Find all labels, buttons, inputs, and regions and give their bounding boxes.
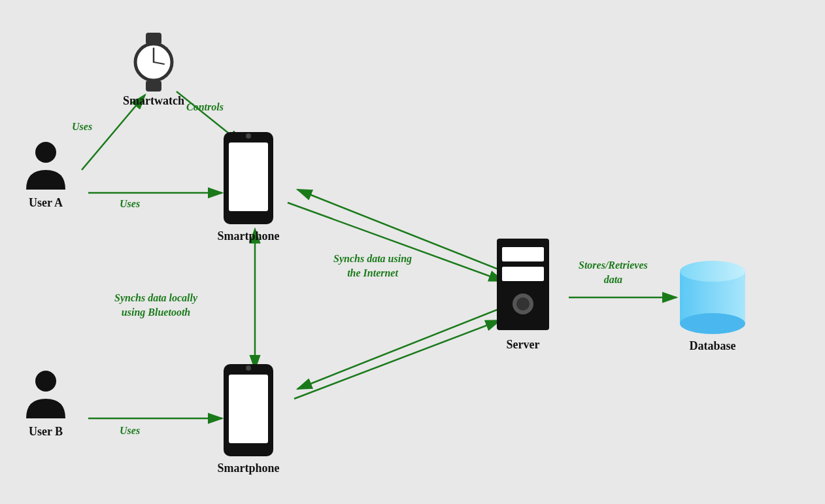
user-b: User B bbox=[23, 369, 69, 435]
arrow-label-uses-smartwatch: Uses bbox=[72, 121, 92, 133]
diagram: User A User B Smartwatch Smart bbox=[0, 0, 825, 504]
user-a-label: User A bbox=[29, 196, 63, 210]
svg-point-32 bbox=[680, 313, 745, 334]
arrow-label-uses-smartphone-a: Uses bbox=[120, 198, 140, 210]
server-label: Server bbox=[497, 338, 549, 352]
smartphone-b-label: Smartphone bbox=[216, 462, 281, 475]
svg-rect-28 bbox=[502, 267, 544, 281]
smartphone-a-label: Smartphone bbox=[216, 229, 281, 243]
arrow-label-stores-retrieves: Stores/Retrievesdata bbox=[579, 258, 648, 288]
svg-line-9 bbox=[297, 307, 503, 389]
svg-point-22 bbox=[246, 133, 251, 139]
svg-rect-24 bbox=[229, 375, 268, 443]
database-label: Database bbox=[680, 339, 745, 353]
arrow-label-controls: Controls bbox=[186, 101, 224, 113]
smartwatch-label: Smartwatch bbox=[118, 94, 190, 108]
arrow-label-bluetooth-sync: Synchs data locallyusing Bluetooth bbox=[114, 291, 197, 320]
user-a: User A bbox=[23, 141, 69, 207]
svg-point-14 bbox=[35, 371, 56, 392]
svg-point-13 bbox=[35, 142, 56, 163]
arrow-label-internet-sync: Synchs data usingthe Internet bbox=[333, 252, 412, 281]
smartwatch: Smartwatch bbox=[127, 33, 199, 108]
server: Server bbox=[494, 235, 552, 350]
smartphone-a: Smartphone bbox=[222, 131, 288, 242]
svg-point-33 bbox=[680, 261, 745, 282]
svg-line-10 bbox=[294, 320, 500, 399]
user-b-label: User B bbox=[29, 425, 63, 439]
svg-rect-27 bbox=[502, 247, 544, 261]
arrow-label-uses-smartphone-b: Uses bbox=[120, 425, 140, 437]
smartphone-b: Smartphone bbox=[222, 363, 288, 474]
svg-point-25 bbox=[246, 365, 251, 371]
database: Database bbox=[677, 252, 749, 353]
svg-point-30 bbox=[516, 297, 530, 311]
svg-rect-19 bbox=[146, 80, 161, 92]
svg-rect-21 bbox=[229, 143, 268, 211]
